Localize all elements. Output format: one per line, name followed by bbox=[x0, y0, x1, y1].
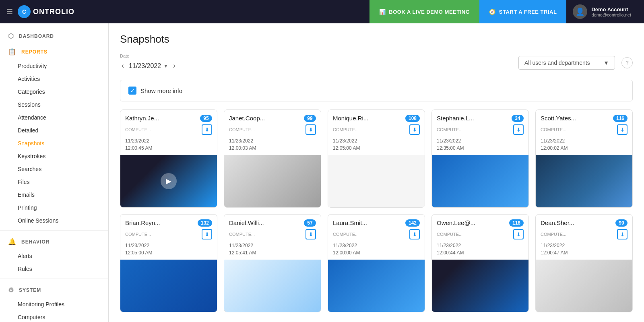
snapshot-card[interactable]: Laura.Smit... 142 COMPUTE... ⬇ 11/23/202… bbox=[328, 214, 425, 312]
sidebar-item-snapshots[interactable]: Snapshots bbox=[0, 137, 108, 150]
start-trial-button[interactable]: 🧭 START A FREE TRIAL bbox=[479, 0, 566, 23]
snapshot-card[interactable]: Dean.Sher... 99 COMPUTE... ⬇ 11/23/20221… bbox=[535, 214, 633, 312]
sidebar-item-files[interactable]: Files bbox=[0, 175, 108, 188]
card-thumbnail-container bbox=[536, 260, 632, 312]
card-username: Brian.Reyn... bbox=[125, 219, 160, 226]
snapshot-card[interactable]: Brian.Reyn... 132 COMPUTE... ⬇ 11/23/202… bbox=[120, 214, 217, 312]
sidebar-item-attendance[interactable]: Attendance bbox=[0, 111, 108, 124]
download-button[interactable]: ⬇ bbox=[617, 229, 627, 239]
snapshot-card[interactable]: Kathryn.Je... 95 COMPUTE... ⬇ 11/23/2022… bbox=[120, 109, 217, 208]
card-computer: COMPUTE... bbox=[333, 127, 359, 132]
date-filter-row: Date ‹ 11/23/2022 ▼ › All users and depa… bbox=[120, 54, 633, 72]
card-datetime: 11/23/202212:35:00 AM bbox=[432, 136, 528, 155]
card-count: 142 bbox=[405, 219, 420, 227]
card-thumbnail-container: ▶ bbox=[120, 155, 217, 207]
card-datetime: 11/23/202212:05:00 AM bbox=[328, 136, 425, 155]
sidebar-item-detailed[interactable]: Detailed bbox=[0, 124, 108, 137]
sidebar-section-system[interactable]: ⚙ SYSTEM bbox=[0, 282, 108, 298]
card-computer: COMPUTE... bbox=[229, 127, 255, 132]
sidebar-section-behavior[interactable]: 🔔 BEHAVIOR bbox=[0, 234, 108, 250]
card-meta: COMPUTE... ⬇ bbox=[224, 124, 321, 136]
card-thumbnail-container bbox=[120, 260, 217, 312]
main-content: Snapshots Date ‹ 11/23/2022 ▼ › All user… bbox=[109, 23, 644, 322]
filter-value: All users and departments bbox=[524, 60, 590, 66]
sidebar-item-online-sessions[interactable]: Online Sessions bbox=[0, 214, 108, 227]
account-email: demo@controlio.net bbox=[591, 12, 631, 17]
card-header: Stephanie.L... 34 bbox=[432, 110, 528, 124]
download-button[interactable]: ⬇ bbox=[617, 124, 627, 135]
sidebar-item-keystrokes[interactable]: Keystrokes bbox=[0, 150, 108, 163]
sidebar-item-monitoring-profiles[interactable]: Monitoring Profiles bbox=[0, 298, 108, 311]
card-thumbnail-container bbox=[328, 260, 425, 312]
download-button[interactable]: ⬇ bbox=[513, 229, 524, 239]
help-button[interactable]: ? bbox=[621, 57, 633, 68]
date-label: Date bbox=[120, 54, 177, 58]
book-demo-button[interactable]: 📊 BOOK A LIVE DEMO MEETING bbox=[369, 0, 480, 23]
snapshots-grid: Kathryn.Je... 95 COMPUTE... ⬇ 11/23/2022… bbox=[120, 109, 633, 312]
sidebar-item-rules[interactable]: Rules bbox=[0, 262, 108, 275]
sidebar-item-activities[interactable]: Activities bbox=[0, 72, 108, 85]
sidebar-item-emails[interactable]: Emails bbox=[0, 188, 108, 201]
date-value-button[interactable]: 11/23/2022 ▼ bbox=[129, 62, 168, 70]
card-meta: COMPUTE... ⬇ bbox=[120, 228, 217, 241]
card-count: 57 bbox=[304, 219, 316, 227]
date-prev-button[interactable]: ‹ bbox=[120, 60, 126, 72]
download-button[interactable]: ⬇ bbox=[305, 124, 316, 135]
snapshot-card[interactable]: Owen.Lee@... 118 COMPUTE... ⬇ 11/23/2022… bbox=[431, 214, 529, 312]
card-header: Daniel.Willi... 57 bbox=[224, 215, 321, 228]
show-more-checkbox[interactable]: ✓ bbox=[128, 87, 136, 95]
download-button[interactable]: ⬇ bbox=[202, 124, 212, 135]
snapshot-card[interactable]: Stephanie.L... 34 COMPUTE... ⬇ 11/23/202… bbox=[431, 109, 529, 208]
sidebar-section-reports[interactable]: 📋 REPORTS bbox=[0, 44, 108, 60]
card-header: Brian.Reyn... 132 bbox=[120, 215, 217, 228]
snapshot-card[interactable]: Daniel.Willi... 57 COMPUTE... ⬇ 11/23/20… bbox=[224, 214, 321, 312]
sidebar-item-sessions[interactable]: Sessions bbox=[0, 98, 108, 111]
card-count: 118 bbox=[509, 219, 524, 227]
chevron-down-icon: ▼ bbox=[163, 63, 168, 69]
sidebar-item-searches[interactable]: Searches bbox=[0, 163, 108, 175]
download-button[interactable]: ⬇ bbox=[409, 229, 420, 239]
card-datetime: 11/23/202212:05:41 AM bbox=[224, 241, 321, 260]
filter-chevron-icon: ▼ bbox=[603, 60, 609, 66]
download-button[interactable]: ⬇ bbox=[202, 229, 212, 239]
sidebar-section-dashboard[interactable]: ⬡ DASHBOARD bbox=[0, 28, 108, 44]
user-filter-dropdown[interactable]: All users and departments ▼ bbox=[518, 56, 615, 70]
sidebar-item-computers[interactable]: Computers bbox=[0, 311, 108, 322]
card-datetime: 11/23/202212:00:02 AM bbox=[536, 136, 632, 155]
date-picker: ‹ 11/23/2022 ▼ › bbox=[120, 60, 177, 72]
page-title: Snapshots bbox=[120, 33, 633, 45]
snapshot-card[interactable]: Janet.Coop... 99 COMPUTE... ⬇ 11/23/2022… bbox=[224, 109, 321, 208]
card-count: 108 bbox=[405, 115, 420, 122]
download-button[interactable]: ⬇ bbox=[305, 229, 316, 239]
sidebar-item-alerts[interactable]: Alerts bbox=[0, 250, 108, 262]
download-button[interactable]: ⬇ bbox=[513, 124, 524, 135]
system-icon: ⚙ bbox=[8, 286, 14, 294]
card-meta: COMPUTE... ⬇ bbox=[328, 124, 425, 136]
sidebar-item-productivity[interactable]: Productivity bbox=[0, 60, 108, 72]
menu-icon[interactable]: ☰ bbox=[6, 7, 13, 16]
sidebar-item-printing[interactable]: Printing bbox=[0, 201, 108, 214]
download-button[interactable]: ⬇ bbox=[409, 124, 420, 135]
play-icon: ▶ bbox=[161, 173, 177, 189]
card-thumbnail-container bbox=[432, 260, 528, 312]
card-username: Laura.Smit... bbox=[333, 219, 367, 226]
date-next-button[interactable]: › bbox=[171, 60, 177, 72]
card-username: Monique.Ri... bbox=[333, 115, 368, 122]
snapshot-card[interactable]: Monique.Ri... 108 COMPUTE... ⬇ 11/23/202… bbox=[328, 109, 425, 208]
card-thumbnail-container bbox=[536, 155, 632, 207]
card-header: Kathryn.Je... 95 bbox=[120, 110, 217, 124]
card-username: Kathryn.Je... bbox=[125, 115, 159, 122]
snapshot-card[interactable]: Scott.Yates... 116 COMPUTE... ⬇ 11/23/20… bbox=[535, 109, 633, 208]
card-meta: COMPUTE... ⬇ bbox=[536, 124, 632, 136]
sidebar-item-categories[interactable]: Categories bbox=[0, 85, 108, 98]
card-datetime: 11/23/202212:00:00 AM bbox=[328, 241, 425, 260]
card-thumbnail-container bbox=[328, 155, 425, 207]
card-meta: COMPUTE... ⬇ bbox=[224, 228, 321, 241]
card-meta: COMPUTE... ⬇ bbox=[120, 124, 217, 136]
card-computer: COMPUTE... bbox=[541, 232, 566, 237]
card-count: 132 bbox=[198, 219, 212, 227]
account-menu[interactable]: 👤 Demo Account demo@controlio.net bbox=[566, 4, 638, 19]
card-meta: COMPUTE... ⬇ bbox=[536, 228, 632, 241]
app-header: ☰ C ONTROLIO 📊 BOOK A LIVE DEMO MEETING … bbox=[0, 0, 644, 23]
card-thumbnail-container bbox=[224, 260, 321, 312]
